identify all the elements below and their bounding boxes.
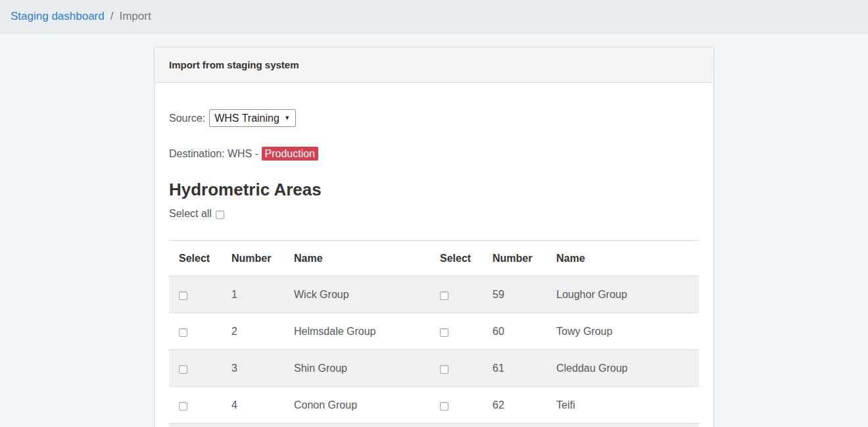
select-all-label: Select all (169, 208, 212, 220)
column-header-number: Number (483, 241, 546, 276)
table-row: 2 Helmsdale Group 60 Towy Group (169, 313, 699, 350)
column-header-name: Name (546, 241, 699, 276)
breadcrumb-current-import: Import (119, 10, 151, 23)
column-header-number: Number (222, 241, 284, 276)
table-row-partial (169, 424, 699, 427)
page-background: Import from staging system Source: WHS T… (0, 34, 868, 427)
area-number: 59 (483, 276, 546, 313)
row-select-checkbox[interactable] (440, 291, 448, 300)
source-select-wrap: WHS Training ▼ (209, 109, 296, 127)
column-header-select: Select (169, 241, 222, 276)
area-name: Conon Group (284, 387, 430, 424)
column-header-name: Name (284, 241, 430, 276)
table-header-row: Select Number Name Select Number Name (169, 241, 699, 276)
row-select-checkbox[interactable] (440, 328, 448, 337)
area-number: 61 (483, 350, 546, 387)
hydrometric-areas-table: Select Number Name Select Number Name 1 … (169, 240, 699, 427)
card-header: Import from staging system (155, 47, 713, 83)
destination-row: Destination: WHS - Production (169, 148, 699, 160)
chevron-down-icon: ▼ (284, 115, 290, 121)
row-select-checkbox[interactable] (179, 328, 187, 337)
select-all-checkbox[interactable] (216, 211, 224, 219)
area-number: 62 (483, 387, 546, 424)
area-name: Shin Group (284, 350, 430, 387)
source-select[interactable]: WHS Training (214, 113, 284, 124)
hydrometric-areas-heading: Hydrometric Areas (169, 180, 699, 200)
area-name: Helmsdale Group (284, 313, 430, 350)
breadcrumb-separator: / (110, 10, 114, 23)
column-header-select: Select (430, 241, 483, 276)
table-row: 3 Shin Group 61 Cleddau Group (169, 350, 699, 387)
area-name: Cleddau Group (546, 350, 699, 387)
table-row: 1 Wick Group 59 Loughor Group (169, 276, 699, 313)
import-card: Import from staging system Source: WHS T… (154, 47, 714, 427)
destination-badge: Production (262, 147, 319, 161)
destination-label: Destination: WHS - (169, 148, 258, 159)
area-number: 4 (222, 387, 284, 424)
source-row: Source: WHS Training ▼ (169, 109, 699, 127)
area-number: 2 (222, 313, 284, 350)
row-select-checkbox[interactable] (179, 365, 187, 374)
source-label: Source: (169, 113, 205, 124)
area-name: Towy Group (546, 313, 699, 350)
area-number: 1 (222, 276, 284, 313)
area-number: 60 (483, 313, 546, 350)
row-select-checkbox[interactable] (179, 291, 187, 300)
row-select-checkbox[interactable] (179, 402, 187, 411)
card-title: Import from staging system (169, 59, 299, 70)
row-select-checkbox[interactable] (440, 402, 448, 411)
area-name: Wick Group (284, 276, 430, 313)
table-row: 4 Conon Group 62 Teifi (169, 387, 699, 424)
breadcrumb-bar: Staging dashboard / Import (0, 0, 868, 34)
select-all-row: Select all (169, 208, 699, 220)
row-select-checkbox[interactable] (440, 365, 448, 374)
area-name: Loughor Group (546, 276, 699, 313)
card-body: Source: WHS Training ▼ Destination: WHS … (155, 83, 713, 427)
area-number: 3 (222, 350, 284, 387)
area-name: Teifi (546, 387, 699, 424)
breadcrumb-link-staging-dashboard[interactable]: Staging dashboard (11, 10, 105, 23)
